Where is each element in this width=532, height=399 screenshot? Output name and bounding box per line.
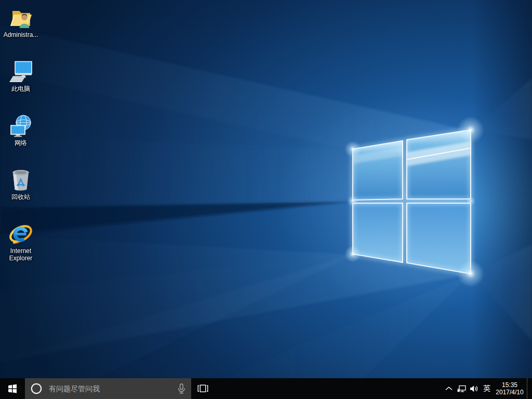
wired-network-icon bbox=[457, 385, 466, 393]
clock-time: 15:35 bbox=[502, 381, 517, 389]
show-desktop-button[interactable] bbox=[527, 378, 532, 399]
network-tray-button[interactable] bbox=[455, 378, 468, 399]
internet-explorer-icon bbox=[8, 221, 33, 246]
task-view-icon bbox=[197, 384, 208, 393]
desktop-icon-this-pc[interactable]: 此电脑 bbox=[1, 59, 41, 92]
desktop-icon-label: 回收站 bbox=[11, 193, 30, 201]
desktop-icon-label: Administra... bbox=[4, 31, 38, 38]
network-icon bbox=[8, 113, 33, 138]
cortana-search-box[interactable] bbox=[25, 378, 191, 399]
recycle-bin-icon bbox=[8, 167, 33, 192]
volume-tray-button[interactable] bbox=[468, 378, 480, 399]
this-pc-icon bbox=[8, 59, 33, 84]
tray-expand-button[interactable] bbox=[443, 378, 455, 399]
taskbar: 英 15:35 2017/4/10 bbox=[0, 378, 532, 399]
desktop-icon-internet-explorer[interactable]: Internet Explorer bbox=[1, 221, 41, 262]
search-input[interactable] bbox=[49, 384, 172, 393]
task-view-button[interactable] bbox=[191, 378, 214, 399]
wallpaper bbox=[0, 0, 532, 378]
desktop-icon-administrator[interactable]: Administra... bbox=[1, 5, 41, 38]
desktop-icon-network[interactable]: 网络 bbox=[1, 113, 41, 147]
chevron-up-icon bbox=[445, 387, 453, 391]
system-tray: 英 15:35 2017/4/10 bbox=[443, 378, 532, 399]
start-button[interactable] bbox=[0, 378, 25, 399]
desktop-icon-label: 网络 bbox=[15, 139, 27, 147]
taskbar-clock[interactable]: 15:35 2017/4/10 bbox=[494, 378, 527, 399]
clock-date: 2017/4/10 bbox=[496, 389, 523, 396]
windows-hero-wallpaper bbox=[0, 0, 532, 378]
user-folder-icon bbox=[8, 5, 33, 30]
language-indicator[interactable]: 英 bbox=[480, 378, 494, 399]
taskbar-empty-area bbox=[214, 378, 443, 399]
windows-desktop: Administra... 此电脑 bbox=[0, 0, 532, 399]
microphone-button[interactable] bbox=[178, 383, 185, 394]
desktop-icon-label: Internet Explorer bbox=[1, 247, 41, 262]
desktop-icon-label: 此电脑 bbox=[11, 85, 30, 92]
microphone-icon bbox=[178, 383, 185, 394]
windows-logo-icon bbox=[8, 384, 17, 393]
cortana-icon bbox=[30, 382, 43, 395]
desktop-icon-recycle-bin[interactable]: 回收站 bbox=[1, 167, 41, 201]
speaker-icon bbox=[470, 385, 478, 393]
desktop-icon-list: Administra... 此电脑 bbox=[1, 5, 41, 283]
